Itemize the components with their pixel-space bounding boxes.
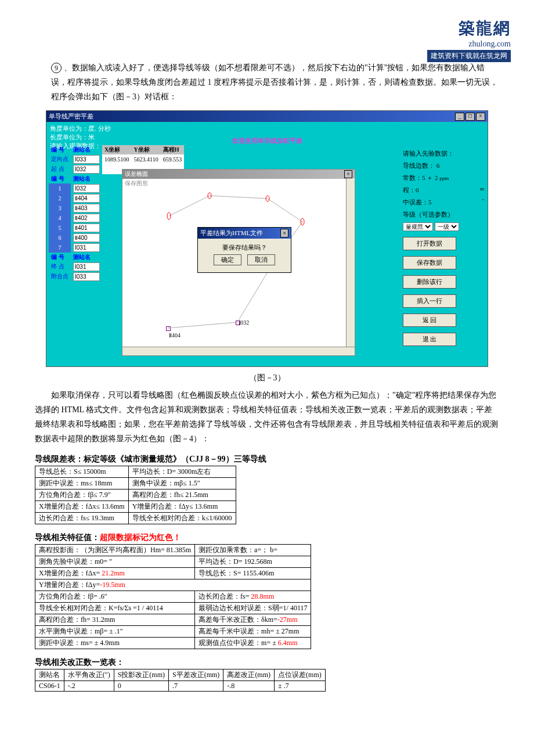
app-window: 单导线严密平差 _□× 角度单位为：度. 分秒 长度单位为：米 请输入观测数据：…	[46, 110, 488, 367]
ct-r1c4: .7	[169, 681, 223, 692]
col-y: Y坐标	[132, 145, 161, 154]
prior-data-label: 请输入先验数据：	[403, 149, 484, 158]
open-data-button[interactable]: 打开数据	[403, 237, 456, 250]
site-logo: 築龍網 zhulong.com 建筑资料下载就在筑龙网	[427, 17, 511, 62]
row-qd: 起 点	[49, 164, 71, 174]
row-4: 4	[49, 213, 71, 223]
close-icon[interactable]: ×	[476, 113, 485, 121]
ft-r5c1: 方位角闭合差：fβ= .6″	[35, 591, 195, 603]
col-name3: 测站名	[71, 253, 102, 262]
lt-r2c1: 测距中误差：ms≤ 18mm	[35, 478, 129, 489]
merr-unit: "	[482, 198, 484, 204]
ct-h1: 测站名	[35, 669, 64, 681]
elev-label: 程：0	[403, 186, 419, 193]
limit-table: 导线总长：S≤ 15000m平均边长：D= 3000m左右 测距中误差：ms≤ …	[35, 466, 236, 524]
window-buttons: _□×	[454, 112, 485, 121]
ct-r1c3: 0	[114, 681, 168, 692]
col-name2: 测站名	[71, 174, 102, 183]
ft-r6c2: 最弱边边长相对误差：S弱=1/ 40117	[195, 603, 311, 614]
lt-r3c1: 方位角闭合差：fβ≤ 7.9″	[35, 489, 129, 501]
paragraph-after-fig3: 如果取消保存，只可以看导线略图（红色椭圆反映点位误差的相对大小，紫色方框为已知点…	[35, 388, 499, 447]
dxd-name-input[interactable]	[73, 155, 100, 164]
back-button[interactable]: 返 回	[403, 314, 456, 327]
st-7[interactable]	[73, 243, 100, 252]
row-3: 3	[49, 203, 71, 213]
ft-r2c2: 平均边长：D= 192.568m	[195, 556, 311, 568]
row-bh: 编 号	[49, 174, 71, 183]
st-6[interactable]	[73, 233, 100, 242]
st-1[interactable]	[73, 184, 100, 193]
hdr-line1: 角度单位为：度. 分秒	[50, 124, 484, 133]
st-2[interactable]	[73, 194, 100, 203]
row-7: 7	[49, 243, 71, 253]
insert-row-button[interactable]: 插入一行	[403, 294, 456, 308]
cancel-button[interactable]: 取消	[247, 254, 275, 265]
correction-table: 测站名 水平角改正(″) S投影改正(mm) S平差改正(mm) 高差改正(mm…	[35, 669, 326, 692]
lt-r1c2: 平均边长：D= 3000m左右	[128, 466, 236, 478]
ft-r1c1: 高程投影面：（为测区平均高程面）Hm= 81.385m	[35, 545, 195, 556]
ct-r1c5: -.8	[223, 681, 275, 692]
ft-r5c2: 边长闭合差：fs= 28.8mm	[195, 591, 311, 603]
zd-name-input[interactable]	[73, 262, 100, 271]
save-data-button[interactable]: 保存数据	[403, 256, 456, 269]
row-zd: 终 点	[49, 262, 71, 272]
feature-table: 高程投影面：（为测区平均高程面）Hm= 81.385m测距仪加乘常数：a=； b…	[35, 544, 311, 649]
fhd-name-input[interactable]	[73, 272, 100, 281]
st-4[interactable]	[73, 214, 100, 222]
ft-title-red: 超限数据标记为红色！	[100, 533, 181, 542]
ft-r4c1: Y增量闭合差：fΔy=-19.5mm	[35, 579, 311, 591]
row-bh2: 编 号	[49, 253, 71, 262]
ft-r3c1: X增量闭合差：fΔx= 21.2mm	[35, 568, 195, 579]
canvas-close-icon[interactable]: ×	[344, 170, 352, 178]
dialog-close-icon[interactable]: ×	[280, 229, 288, 237]
qd-name-input[interactable]	[73, 165, 100, 174]
ct-h2: 水平角改正(″)	[64, 669, 114, 681]
spec-select[interactable]: 量规范	[403, 222, 433, 231]
lt-r1c1: 导线总长：S≤ 15000m	[35, 466, 129, 478]
merr-label: 中误差：5	[403, 199, 432, 206]
canvas-hscrollbar[interactable]	[122, 347, 355, 355]
st-3[interactable]	[73, 204, 100, 213]
grade-label: 等级（可选参数）	[403, 210, 484, 219]
elev-unit: m	[480, 186, 484, 192]
dialog-msg: 要保存结果吗？	[203, 243, 286, 252]
edges-label: 导线边数： 6	[403, 161, 484, 170]
ct-h5: 高差改正(mm)	[223, 669, 275, 681]
st-5[interactable]	[73, 224, 100, 232]
canvas-titlebar: 误差椭圆 ×	[122, 170, 355, 179]
figure-3-caption: （图－3）	[35, 373, 499, 383]
side-panel: 请输入先验数据： 导线边数： 6 常数：5 ＋ 2 ppm 程：0 m 中误差：…	[403, 146, 484, 352]
maximize-icon[interactable]: □	[466, 113, 475, 121]
logo-main: 築龍網	[427, 17, 511, 39]
level-select[interactable]: 一级	[435, 222, 459, 231]
ft-r8c2: 高差每千米中误差：mh= ± 27mm	[195, 626, 311, 638]
ft-r3c2: 导线总长：S= 1155.406m	[195, 568, 311, 579]
ct-r1c6: ± .7	[275, 681, 326, 692]
app-titlebar: 单导线严密平差 _□×	[46, 111, 488, 122]
ft-r1c2: 测距仪加乘常数：a=； b=	[195, 545, 311, 556]
row-2: 2	[49, 193, 71, 203]
minimize-icon[interactable]: _	[455, 113, 464, 121]
delete-row-button[interactable]: 删除该行	[403, 275, 456, 289]
ct-h3: S投影改正(mm)	[114, 669, 168, 681]
logo-sub: zhulong.com	[427, 39, 511, 49]
lt-r5c2: 导线全长相对闭合差：k≤1/60000	[128, 513, 236, 524]
dialog-title: 平差结果为HTML文件	[200, 229, 263, 237]
ft-r9c2: 观测值点位中误差：m= ± 6.4mm	[195, 638, 311, 649]
exit-button[interactable]: 退 出	[403, 333, 456, 346]
cell-x: 1089.5100	[102, 154, 132, 164]
ft-r8c1: 水平测角中误差：mβ= ± .1″	[35, 626, 195, 638]
ct-r1c2: -.2	[64, 681, 114, 692]
step-9-paragraph: 9、数据输入或读入好了，便选择导线等级（如不想看限差可不选），然后按下右边的"计…	[51, 60, 499, 105]
lt-r3c2: 高程闭合差：fh≤ 21.5mm	[128, 489, 236, 501]
row-1: 1	[49, 183, 71, 193]
corr-table-title: 导线相关改正数一览表：	[35, 657, 499, 668]
cell-h: 659.553	[161, 154, 185, 164]
app-center-title: 欢迎使用单导线加权平差	[46, 136, 488, 145]
step-9-text: 、数据输入或读入好了，便选择导线等级（如不想看限差可不选），然后按下右边的"计算…	[51, 63, 498, 101]
ok-button[interactable]: 确定	[214, 254, 241, 265]
canvas-vscrollbar[interactable]	[346, 178, 355, 347]
row-5: 5	[49, 223, 71, 233]
ct-r1c1: CS06-1	[35, 681, 64, 692]
ct-h4: S平差改正(mm)	[169, 669, 223, 681]
